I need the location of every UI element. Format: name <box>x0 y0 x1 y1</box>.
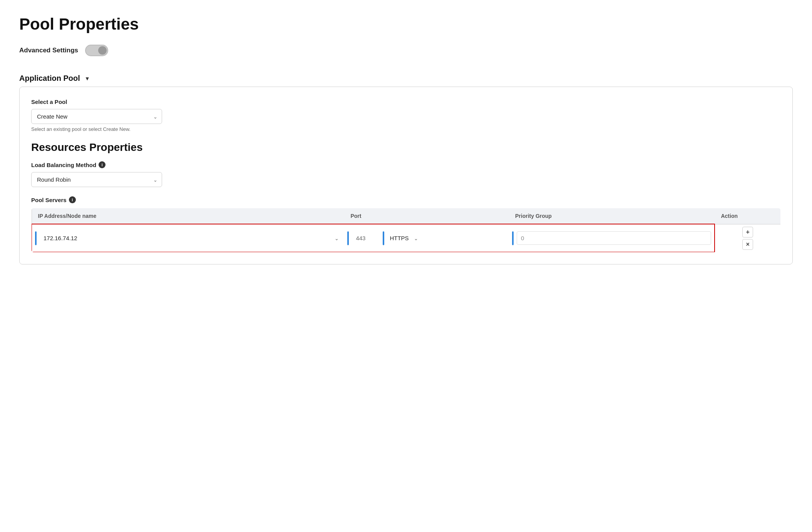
load-balancing-info-icon[interactable]: i <box>99 161 105 168</box>
protocol-blue-bar <box>383 231 384 245</box>
advanced-settings-label: Advanced Settings <box>19 47 78 54</box>
resources-properties-title: Resources Properties <box>31 141 781 154</box>
pool-servers-info-icon[interactable]: i <box>69 196 76 203</box>
action-cell: + × <box>715 224 780 252</box>
col-header-port: Port <box>344 208 509 224</box>
port-input[interactable] <box>352 232 383 244</box>
select-pool-hint: Select an existing pool or select Create… <box>31 126 781 132</box>
select-pool-label: Select a Pool <box>31 99 781 105</box>
priority-input[interactable] <box>517 231 711 245</box>
select-pool-field: Select a Pool Create New Pool 1 Pool 2 ⌄… <box>31 99 781 132</box>
application-pool-title: Application Pool <box>19 74 80 83</box>
ip-address-cell: 172.16.74.12 ⌄ <box>32 224 344 252</box>
load-balancing-wrapper: Round Robin Least Connections IP Hash ⌄ <box>31 172 162 187</box>
port-cell: HTTPS HTTP TCP ⌄ <box>344 224 509 252</box>
col-header-priority: Priority Group <box>509 208 715 224</box>
load-balancing-field: Load Balancing Method i Round Robin Leas… <box>31 161 781 187</box>
advanced-settings-toggle[interactable] <box>85 45 108 56</box>
application-pool-header: Application Pool ▼ <box>19 68 793 83</box>
pool-servers-table: IP Address/Node name Port Priority Group… <box>31 208 781 253</box>
advanced-settings-row: Advanced Settings <box>19 45 793 56</box>
col-header-action: Action <box>715 208 780 224</box>
table-header-row: IP Address/Node name Port Priority Group… <box>32 208 781 224</box>
ip-select-wrapper: 172.16.74.12 ⌄ <box>40 232 341 244</box>
priority-cell-wrapper <box>512 231 711 245</box>
ip-address-dropdown[interactable]: 172.16.74.12 <box>40 232 341 244</box>
add-server-button[interactable]: + <box>742 227 753 238</box>
action-buttons: + × <box>718 227 777 250</box>
pool-servers-section: Pool Servers i IP Address/Node name Port… <box>31 196 781 253</box>
table-row: 172.16.74.12 ⌄ <box>32 224 781 252</box>
priority-cell <box>509 224 715 252</box>
page-title: Pool Properties <box>19 15 793 33</box>
select-pool-dropdown[interactable]: Create New Pool 1 Pool 2 <box>31 109 162 124</box>
col-header-ip: IP Address/Node name <box>32 208 344 224</box>
load-balancing-label: Load Balancing Method i <box>31 161 781 168</box>
pool-servers-label: Pool Servers i <box>31 196 781 203</box>
ip-blue-bar <box>35 231 37 245</box>
remove-server-button[interactable]: × <box>742 239 753 250</box>
select-pool-wrapper: Create New Pool 1 Pool 2 ⌄ <box>31 109 162 124</box>
ip-cell-wrapper: 172.16.74.12 ⌄ <box>35 231 341 245</box>
application-pool-chevron-icon[interactable]: ▼ <box>85 75 90 82</box>
port-blue-bar <box>347 231 349 245</box>
priority-blue-bar <box>512 231 514 245</box>
load-balancing-dropdown[interactable]: Round Robin Least Connections IP Hash <box>31 172 162 187</box>
protocol-select-wrapper: HTTPS HTTP TCP ⌄ <box>387 232 420 244</box>
toggle-knob <box>98 46 107 55</box>
application-pool-card: Select a Pool Create New Pool 1 Pool 2 ⌄… <box>19 87 793 264</box>
port-cell-wrapper: HTTPS HTTP TCP ⌄ <box>347 231 506 245</box>
protocol-dropdown[interactable]: HTTPS HTTP TCP <box>387 232 420 244</box>
protocol-wrapper: HTTPS HTTP TCP ⌄ <box>383 231 420 245</box>
